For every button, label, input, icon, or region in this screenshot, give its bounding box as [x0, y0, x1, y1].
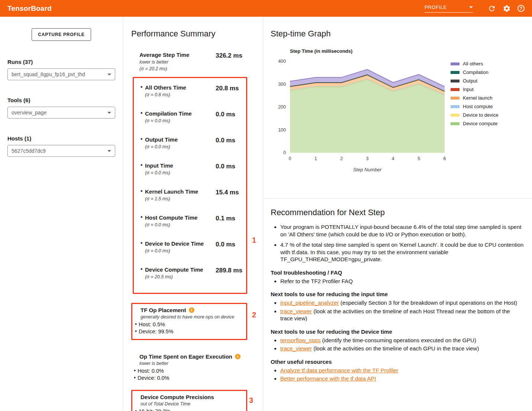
list-item: trace_viewer (look at the activities on … — [280, 308, 524, 322]
metric-row: Output Time (σ = 0.0 ms) 0.0 ms — [141, 136, 246, 150]
right-panel: Step-time Graph Step Time (in millisecon… — [263, 17, 532, 411]
faq-heading: Tool troubleshooting / FAQ — [271, 269, 524, 276]
legend-swatch — [451, 88, 460, 91]
dashboard-selector-value: PROFILE — [425, 4, 447, 10]
tensorflow-stats-link[interactable]: tensorflow_stats — [280, 337, 320, 343]
legend-label: Device to device — [463, 112, 498, 118]
gear-icon — [503, 4, 511, 13]
tools-select-value: overview_page — [12, 110, 46, 116]
callout-box-1: All Others Time (σ = 0.6 ms) 20.8 ms Com… — [133, 77, 247, 294]
list-item: 16-bit: 70.2% — [134, 408, 242, 411]
info-icon[interactable]: i — [189, 307, 194, 313]
metric-sigma: (σ = 20.2 ms) — [139, 66, 216, 72]
callout-box-2: TF Op Placement i generally desired to h… — [131, 303, 247, 340]
list-item: Host: 0.5% — [134, 321, 242, 328]
list-item: Host: 0.0% — [133, 368, 247, 375]
metric-value: 0.0 ms — [216, 240, 235, 254]
metric-row: All Others Time (σ = 0.6 ms) 20.8 ms — [141, 84, 246, 98]
resources-list: Analyze tf.data performance with the TF … — [271, 367, 524, 382]
legend-item-compilation: Compilation — [451, 69, 498, 75]
help-icon: ? — [518, 5, 525, 12]
resources-heading: Other useful resources — [271, 359, 524, 365]
list-item: Better performance with the tf.data API — [280, 375, 524, 382]
metric-sigma: (σ = 0.0 ms) — [145, 222, 216, 228]
input-tools-heading: Next tools to use for reducing the input… — [271, 291, 524, 297]
svg-text:0: 0 — [283, 150, 286, 155]
annotation-number-2: 2 — [252, 311, 256, 319]
chart-title: Step Time (in milliseconds) — [290, 48, 448, 54]
eager-execution-title: Op Time Spent on Eager Execution i — [139, 353, 247, 360]
step-time-graph-title: Step-time Graph — [271, 29, 525, 39]
svg-text:Step Number: Step Number — [353, 167, 382, 172]
metric-value: 0.0 ms — [216, 162, 235, 176]
average-step-time: Average Step Time lower is better (σ = 2… — [139, 51, 263, 72]
settings-button[interactable] — [503, 4, 511, 13]
svg-text:4: 4 — [392, 156, 394, 161]
info-icon[interactable]: i — [235, 354, 241, 359]
recommendation-section: Recommendation for Next Step Your progra… — [263, 199, 532, 382]
recommendation-title: Recommendation for Next Step — [271, 208, 524, 217]
tf-op-placement-title: TF Op Placement i — [141, 307, 242, 313]
metric-label: Output Time — [145, 136, 216, 143]
help-glyph: ? — [520, 6, 522, 11]
capture-profile-button[interactable]: CAPTURE PROFILE — [32, 28, 91, 41]
list-item: trace_viewer (look at the activities on … — [280, 345, 524, 352]
chart-legend: All othersCompilationOutputInputKernel l… — [451, 61, 498, 176]
svg-text:100: 100 — [278, 127, 286, 133]
legend-swatch — [451, 97, 460, 100]
metric-sigma: (σ = 0.0 ms) — [145, 118, 216, 124]
svg-text:1: 1 — [315, 156, 317, 161]
tfdata-api-link[interactable]: Better performance with the tf.data API — [280, 375, 376, 382]
metric-value: 0.1 ms — [216, 214, 235, 228]
step-time-graph-section: Step-time Graph Step Time (in millisecon… — [263, 17, 532, 199]
device-tools-heading: Next tools to use for reducing the Devic… — [271, 329, 524, 335]
performance-summary-title: Performance Summary — [131, 29, 263, 39]
legend-swatch — [451, 80, 460, 82]
dashboard-selector[interactable]: PROFILE — [425, 4, 473, 13]
section-subtitle: out of Total Device Time — [141, 401, 242, 407]
sidebar: CAPTURE PROFILE Runs (37) bert_squad_8gp… — [0, 17, 123, 411]
svg-text:2: 2 — [340, 156, 343, 161]
metric-label: Compilation Time — [145, 110, 216, 117]
refresh-button[interactable] — [488, 4, 496, 13]
legend-label: Device compute — [463, 121, 497, 126]
metric-label: Average Step Time — [139, 51, 216, 58]
metric-row: Host Compute Time (σ = 0.0 ms) 0.1 ms — [141, 214, 246, 228]
help-button[interactable]: ? — [518, 5, 525, 12]
tools-select[interactable]: overview_page — [7, 107, 115, 119]
legend-item-device-to-device: Device to device — [451, 112, 498, 118]
input-tools-list: input_pipeline_analyzer (especially Sect… — [271, 299, 524, 322]
legend-swatch — [451, 62, 460, 65]
input-pipeline-analyzer-link[interactable]: input_pipeline_analyzer — [280, 300, 339, 306]
recommendation-bullet: 4.7 % of the total step time sampled is … — [280, 241, 524, 263]
svg-text:3: 3 — [366, 156, 369, 161]
legend-label: Host compute — [463, 104, 493, 109]
metric-sigma: (σ = 0.6 ms) — [145, 92, 216, 98]
metric-value: 20.8 ms — [216, 84, 239, 98]
refresh-icon — [488, 4, 496, 13]
step-time-chart: 01002003004000123456Step Number — [271, 55, 448, 174]
legend-swatch — [451, 105, 460, 108]
chevron-down-icon — [469, 6, 473, 8]
list-item-text: (especially Section 3 for the breakdown … — [339, 300, 517, 306]
hosts-select[interactable]: 5627c5dd7dc9 — [7, 145, 115, 157]
chart-area: Step Time (in milliseconds) 010020030040… — [271, 48, 525, 176]
metric-label: Kernel Launch Time — [145, 188, 216, 195]
tfdata-performance-link[interactable]: Analyze tf.data performance with the TF … — [280, 367, 398, 373]
legend-item-device-compute: Device compute — [451, 121, 498, 126]
callout-box-3: Device Compute Precisions out of Total D… — [131, 390, 247, 411]
legend-swatch — [451, 114, 460, 117]
metric-sigma: (σ = 1.5 ms) — [145, 196, 216, 202]
svg-text:400: 400 — [278, 59, 286, 64]
metric-note: lower is better — [139, 59, 216, 65]
runs-select-value: bert_squad_8gpu_fp16_pvt_thd — [12, 71, 85, 77]
metric-value: 326.2 ms — [216, 51, 242, 72]
trace-viewer-link[interactable]: trace_viewer — [280, 345, 312, 352]
svg-text:6: 6 — [444, 156, 446, 161]
svg-text:0: 0 — [289, 156, 291, 161]
recommendation-bullets: Your program is POTENTIALLY input-bound … — [271, 223, 524, 263]
annotation-number-3: 3 — [249, 396, 253, 405]
runs-select[interactable]: bert_squad_8gpu_fp16_pvt_thd — [7, 68, 115, 80]
trace-viewer-link[interactable]: trace_viewer — [280, 308, 312, 314]
list-item: tensorflow_stats (identify the time-cons… — [280, 337, 524, 344]
